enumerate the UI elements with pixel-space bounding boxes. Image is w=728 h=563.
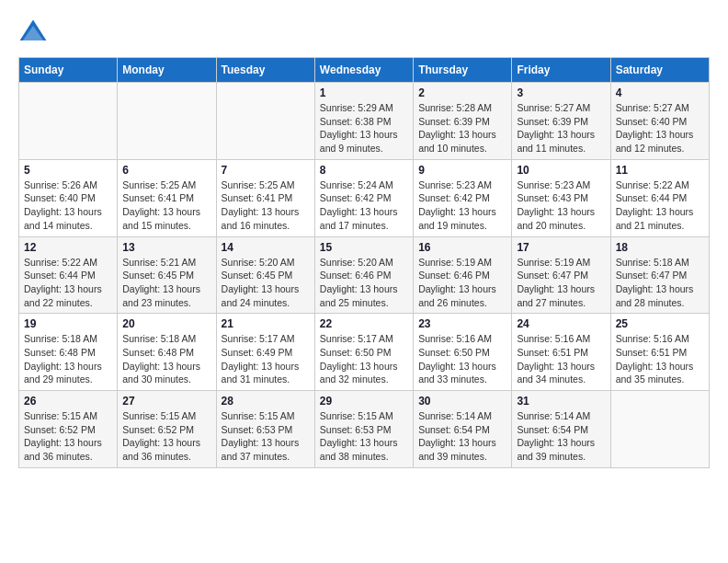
day-number: 10 <box>517 164 605 177</box>
day-number: 8 <box>320 164 408 177</box>
calendar-day-cell: 21Sunrise: 5:17 AM Sunset: 6:49 PM Dayli… <box>216 314 314 391</box>
calendar-day-cell: 6Sunrise: 5:25 AM Sunset: 6:41 PM Daylig… <box>118 159 216 236</box>
weekday-header-cell: Saturday <box>610 58 709 83</box>
day-detail: Sunrise: 5:15 AM Sunset: 6:53 PM Dayligh… <box>320 409 408 464</box>
calendar-day-cell: 11Sunrise: 5:22 AM Sunset: 6:44 PM Dayli… <box>610 159 709 236</box>
day-detail: Sunrise: 5:23 AM Sunset: 6:42 PM Dayligh… <box>418 178 506 233</box>
day-number: 7 <box>222 164 310 177</box>
calendar-day-cell: 26Sunrise: 5:15 AM Sunset: 6:52 PM Dayli… <box>19 391 118 468</box>
weekday-header-cell: Monday <box>118 58 216 83</box>
day-number: 30 <box>418 395 506 408</box>
day-number: 25 <box>616 317 704 330</box>
day-number: 13 <box>122 241 210 254</box>
day-detail: Sunrise: 5:19 AM Sunset: 6:46 PM Dayligh… <box>418 256 506 310</box>
day-detail: Sunrise: 5:18 AM Sunset: 6:47 PM Dayligh… <box>616 256 704 310</box>
calendar-day-cell: 22Sunrise: 5:17 AM Sunset: 6:50 PM Dayli… <box>314 314 413 391</box>
day-detail: Sunrise: 5:19 AM Sunset: 6:47 PM Dayligh… <box>517 256 605 310</box>
weekday-header-row: SundayMondayTuesdayWednesdayThursdayFrid… <box>19 58 710 83</box>
day-number: 21 <box>222 317 310 330</box>
calendar-day-cell: 18Sunrise: 5:18 AM Sunset: 6:47 PM Dayli… <box>610 236 709 314</box>
day-number: 17 <box>517 241 605 254</box>
calendar-day-cell: 23Sunrise: 5:16 AM Sunset: 6:50 PM Dayli… <box>414 314 512 391</box>
day-number: 22 <box>320 317 408 330</box>
weekday-header-cell: Thursday <box>414 58 512 83</box>
day-detail: Sunrise: 5:16 AM Sunset: 6:51 PM Dayligh… <box>517 332 605 386</box>
day-number: 31 <box>517 395 605 408</box>
day-number: 6 <box>122 164 210 177</box>
calendar-day-cell: 3Sunrise: 5:27 AM Sunset: 6:39 PM Daylig… <box>512 83 610 160</box>
day-detail: Sunrise: 5:14 AM Sunset: 6:54 PM Dayligh… <box>418 409 506 464</box>
calendar-day-cell: 8Sunrise: 5:24 AM Sunset: 6:42 PM Daylig… <box>314 159 413 236</box>
day-number: 15 <box>320 241 408 254</box>
calendar-day-cell: 29Sunrise: 5:15 AM Sunset: 6:53 PM Dayli… <box>314 391 413 468</box>
day-detail: Sunrise: 5:14 AM Sunset: 6:54 PM Dayligh… <box>517 409 605 464</box>
weekday-header-cell: Sunday <box>19 58 118 83</box>
calendar-day-cell: 5Sunrise: 5:26 AM Sunset: 6:40 PM Daylig… <box>19 159 118 236</box>
day-number: 11 <box>616 164 704 177</box>
calendar-day-cell: 15Sunrise: 5:20 AM Sunset: 6:46 PM Dayli… <box>314 236 413 314</box>
calendar-day-cell: 17Sunrise: 5:19 AM Sunset: 6:47 PM Dayli… <box>512 236 610 314</box>
day-number: 5 <box>24 164 112 177</box>
calendar-day-cell: 31Sunrise: 5:14 AM Sunset: 6:54 PM Dayli… <box>512 391 610 468</box>
calendar-day-cell: 2Sunrise: 5:28 AM Sunset: 6:39 PM Daylig… <box>414 83 512 160</box>
day-number: 1 <box>320 86 408 99</box>
day-number: 23 <box>418 317 506 330</box>
day-number: 26 <box>24 395 112 408</box>
day-number: 12 <box>24 241 112 254</box>
page-header <box>18 18 710 48</box>
logo-icon <box>18 18 48 48</box>
day-detail: Sunrise: 5:27 AM Sunset: 6:40 PM Dayligh… <box>616 101 704 155</box>
day-detail: Sunrise: 5:22 AM Sunset: 6:44 PM Dayligh… <box>24 256 112 310</box>
day-detail: Sunrise: 5:22 AM Sunset: 6:44 PM Dayligh… <box>616 178 704 233</box>
calendar-day-cell: 30Sunrise: 5:14 AM Sunset: 6:54 PM Dayli… <box>414 391 512 468</box>
day-detail: Sunrise: 5:16 AM Sunset: 6:51 PM Dayligh… <box>616 332 704 386</box>
day-number: 29 <box>320 395 408 408</box>
calendar-day-cell: 10Sunrise: 5:23 AM Sunset: 6:43 PM Dayli… <box>512 159 610 236</box>
day-detail: Sunrise: 5:16 AM Sunset: 6:50 PM Dayligh… <box>418 332 506 386</box>
calendar-day-cell: 14Sunrise: 5:20 AM Sunset: 6:45 PM Dayli… <box>216 236 314 314</box>
calendar-day-cell: 20Sunrise: 5:18 AM Sunset: 6:48 PM Dayli… <box>118 314 216 391</box>
calendar-day-cell <box>610 391 709 468</box>
calendar-day-cell: 12Sunrise: 5:22 AM Sunset: 6:44 PM Dayli… <box>19 236 118 314</box>
calendar-day-cell: 1Sunrise: 5:29 AM Sunset: 6:38 PM Daylig… <box>314 83 413 160</box>
calendar-day-cell: 4Sunrise: 5:27 AM Sunset: 6:40 PM Daylig… <box>610 83 709 160</box>
day-detail: Sunrise: 5:26 AM Sunset: 6:40 PM Dayligh… <box>24 178 112 233</box>
day-detail: Sunrise: 5:17 AM Sunset: 6:49 PM Dayligh… <box>222 332 310 386</box>
calendar-day-cell <box>19 83 118 160</box>
weekday-header-cell: Wednesday <box>314 58 413 83</box>
calendar-day-cell <box>118 83 216 160</box>
day-detail: Sunrise: 5:15 AM Sunset: 6:52 PM Dayligh… <box>122 409 210 464</box>
calendar-day-cell: 24Sunrise: 5:16 AM Sunset: 6:51 PM Dayli… <box>512 314 610 391</box>
day-number: 28 <box>222 395 310 408</box>
day-detail: Sunrise: 5:17 AM Sunset: 6:50 PM Dayligh… <box>320 332 408 386</box>
day-number: 18 <box>616 241 704 254</box>
calendar-week-row: 12Sunrise: 5:22 AM Sunset: 6:44 PM Dayli… <box>19 236 710 314</box>
day-detail: Sunrise: 5:18 AM Sunset: 6:48 PM Dayligh… <box>122 332 210 386</box>
day-number: 24 <box>517 317 605 330</box>
day-detail: Sunrise: 5:21 AM Sunset: 6:45 PM Dayligh… <box>122 256 210 310</box>
day-detail: Sunrise: 5:15 AM Sunset: 6:52 PM Dayligh… <box>24 409 112 464</box>
day-number: 27 <box>122 395 210 408</box>
calendar-day-cell: 13Sunrise: 5:21 AM Sunset: 6:45 PM Dayli… <box>118 236 216 314</box>
day-detail: Sunrise: 5:18 AM Sunset: 6:48 PM Dayligh… <box>24 332 112 386</box>
day-detail: Sunrise: 5:25 AM Sunset: 6:41 PM Dayligh… <box>122 178 210 233</box>
day-number: 2 <box>418 86 506 99</box>
calendar-day-cell: 25Sunrise: 5:16 AM Sunset: 6:51 PM Dayli… <box>610 314 709 391</box>
day-number: 9 <box>418 164 506 177</box>
day-detail: Sunrise: 5:28 AM Sunset: 6:39 PM Dayligh… <box>418 101 506 155</box>
logo <box>18 18 53 48</box>
day-detail: Sunrise: 5:25 AM Sunset: 6:41 PM Dayligh… <box>222 178 310 233</box>
calendar-week-row: 5Sunrise: 5:26 AM Sunset: 6:40 PM Daylig… <box>19 159 710 236</box>
calendar-week-row: 26Sunrise: 5:15 AM Sunset: 6:52 PM Dayli… <box>19 391 710 468</box>
day-detail: Sunrise: 5:29 AM Sunset: 6:38 PM Dayligh… <box>320 101 408 155</box>
day-detail: Sunrise: 5:27 AM Sunset: 6:39 PM Dayligh… <box>517 101 605 155</box>
calendar-day-cell: 16Sunrise: 5:19 AM Sunset: 6:46 PM Dayli… <box>414 236 512 314</box>
calendar-day-cell: 9Sunrise: 5:23 AM Sunset: 6:42 PM Daylig… <box>414 159 512 236</box>
calendar-day-cell: 27Sunrise: 5:15 AM Sunset: 6:52 PM Dayli… <box>118 391 216 468</box>
day-number: 4 <box>616 86 704 99</box>
calendar-day-cell: 28Sunrise: 5:15 AM Sunset: 6:53 PM Dayli… <box>216 391 314 468</box>
calendar-day-cell <box>216 83 314 160</box>
day-number: 19 <box>24 317 112 330</box>
weekday-header-cell: Tuesday <box>216 58 314 83</box>
day-detail: Sunrise: 5:20 AM Sunset: 6:46 PM Dayligh… <box>320 256 408 310</box>
